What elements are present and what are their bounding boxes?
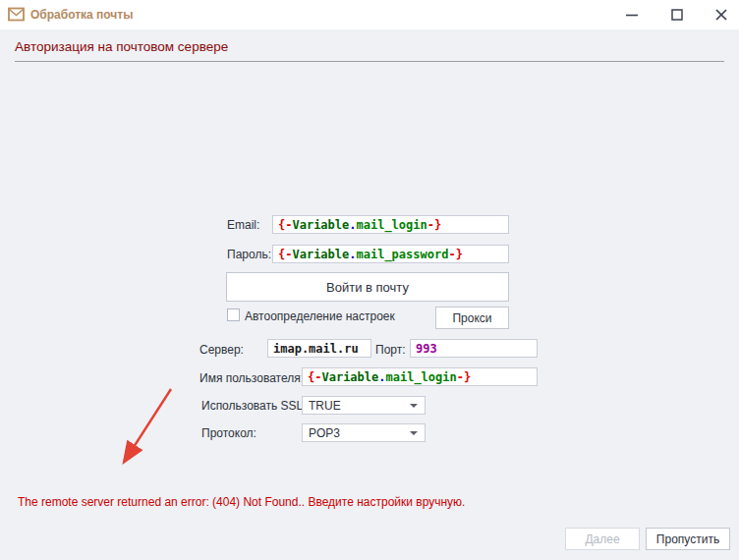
titlebar: Обработка почты — [0, 0, 739, 29]
protocol-label: Протокол: — [201, 426, 256, 440]
email-input[interactable]: {-Variable.mail_login-} — [272, 215, 509, 234]
chevron-down-icon — [410, 404, 418, 408]
skip-button[interactable]: Пропустить — [646, 528, 730, 550]
login-mail-button[interactable]: Войти в почту — [226, 272, 509, 302]
error-message: The remote server returned an error: (40… — [18, 495, 465, 509]
window-title: Обработка почты — [30, 8, 133, 22]
username-label: Имя пользователя: — [199, 371, 304, 385]
username-input[interactable]: {-Variable.mail_login-} — [302, 367, 538, 386]
autodetect-checkbox[interactable] — [227, 308, 240, 321]
password-value: {- — [278, 248, 292, 261]
port-input[interactable]: 993 — [410, 339, 538, 358]
port-label: Порт: — [375, 343, 406, 357]
minimize-button[interactable] — [614, 0, 650, 29]
ssl-label: Использовать SSL: — [201, 399, 307, 413]
email-label: Email: — [227, 218, 259, 232]
header-divider — [15, 61, 724, 62]
next-button[interactable]: Далее — [565, 528, 640, 550]
password-label: Пароль: — [227, 248, 271, 261]
autodetect-label[interactable]: Автоопределение настроек — [245, 309, 395, 323]
maximize-icon — [670, 8, 684, 22]
password-input[interactable]: {-Variable.mail_password-} — [272, 245, 509, 263]
chevron-down-icon — [410, 431, 418, 435]
protocol-select[interactable]: POP3 — [302, 423, 426, 442]
close-icon — [714, 8, 728, 22]
minimize-icon — [625, 8, 639, 22]
email-value: {- — [278, 218, 292, 232]
ssl-selected-value: TRUE — [309, 399, 341, 413]
envelope-icon — [8, 7, 25, 22]
maximize-button[interactable] — [659, 0, 695, 29]
close-button[interactable] — [704, 0, 739, 29]
ssl-select[interactable]: TRUE — [302, 396, 426, 415]
protocol-selected-value: POP3 — [309, 426, 340, 440]
proxy-button[interactable]: Прокси — [435, 307, 509, 329]
server-input[interactable]: imap.mail.ru — [267, 339, 371, 358]
username-value: {- — [308, 370, 321, 384]
mail-processing-window: { "window": { "title": "Обработка почты"… — [0, 0, 739, 560]
red-arrow-icon — [103, 378, 187, 472]
server-label: Сервер: — [199, 343, 244, 357]
page-title: Авторизация на почтовом сервере — [15, 39, 228, 54]
